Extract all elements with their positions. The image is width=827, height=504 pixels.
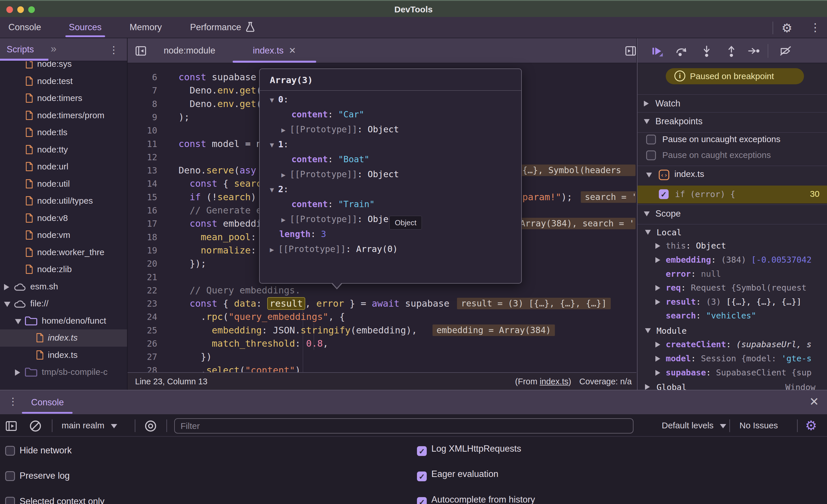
- popup-prototype[interactable]: ▶ [[Prototype]]: Object: [260, 167, 543, 182]
- popup-prototype[interactable]: ▶ [[Prototype]]: Array(0): [260, 242, 531, 257]
- close-drawer-icon[interactable]: ✕: [809, 395, 819, 408]
- tree-item-node-test[interactable]: node:test: [0, 73, 127, 90]
- line-number[interactable]: 15: [128, 190, 157, 204]
- popup-array-index[interactable]: ▼ 2:: [260, 182, 531, 197]
- tree-item-node-sys[interactable]: node:sys: [0, 61, 127, 73]
- tree-item-node-tls[interactable]: node:tls: [0, 124, 127, 141]
- chevron-expanded-icon[interactable]: [15, 319, 21, 324]
- show-debugger-panel-icon[interactable]: [624, 45, 637, 57]
- tab-memory[interactable]: Memory: [130, 17, 162, 38]
- chevron-collapsed-icon[interactable]: [655, 243, 660, 249]
- step-into-icon[interactable]: [700, 45, 713, 57]
- hide-navigator-icon[interactable]: [135, 45, 147, 57]
- chevron-collapsed-icon[interactable]: [644, 101, 649, 106]
- tree-item-node-zlib[interactable]: node:zlib: [0, 261, 127, 278]
- setting-log-xmlhttprequests[interactable]: ✓Log XMLHttpRequests: [417, 445, 521, 457]
- chevron-collapsed-icon[interactable]: [15, 370, 20, 376]
- console-sidebar-icon[interactable]: [5, 419, 18, 433]
- tab-console[interactable]: Console: [8, 17, 41, 38]
- checkbox[interactable]: [646, 151, 656, 160]
- console-filter-input[interactable]: [174, 418, 633, 434]
- scope-section-local[interactable]: Local: [637, 226, 827, 240]
- chevron-collapsed-icon[interactable]: [645, 384, 650, 390]
- log-levels-selector[interactable]: Default levels: [662, 415, 726, 436]
- chevron-expanded-icon[interactable]: [644, 119, 650, 124]
- scope-section-module[interactable]: Module: [637, 324, 827, 338]
- clear-console-icon[interactable]: [29, 419, 42, 433]
- close-tab-icon[interactable]: ✕: [289, 46, 296, 55]
- setting-autocomplete-from-history[interactable]: ✓Autocomplete from history: [417, 496, 535, 504]
- tree-item-file-[interactable]: file://: [0, 295, 127, 313]
- checkbox[interactable]: [646, 134, 656, 145]
- section-header-breakpoints[interactable]: Breakpoints: [637, 113, 827, 130]
- line-number[interactable]: 16: [128, 204, 157, 217]
- line-number[interactable]: 12: [128, 151, 157, 164]
- checkbox-row-pause-on-uncaught-exceptions[interactable]: Pause on uncaught exceptions: [637, 133, 827, 149]
- line-number[interactable]: 25: [128, 324, 157, 337]
- tree-item-node-util[interactable]: node:util: [0, 175, 127, 193]
- chevron-expanded-icon[interactable]: [644, 212, 650, 216]
- tree-item-tmp-sb-compile-c[interactable]: tmp/sb-compile-c: [0, 363, 127, 381]
- more-tabs-chevrons-icon[interactable]: »: [51, 43, 54, 55]
- popup-array-index[interactable]: ▼ 0:: [260, 92, 531, 107]
- line-number[interactable]: 21: [128, 270, 157, 284]
- source-file-link[interactable]: index.ts: [540, 377, 569, 386]
- breakpoint-row[interactable]: ✓if (error) {30: [637, 185, 827, 204]
- popup-prototype[interactable]: ▶ [[Prototype]]: Object: [260, 122, 543, 137]
- checkbox-row-pause-on-caught-exceptions[interactable]: Pause on caught exceptions: [637, 149, 827, 165]
- chevron-collapsed-icon[interactable]: [655, 257, 660, 263]
- checkbox[interactable]: [5, 446, 15, 456]
- settings-gear-icon[interactable]: ⚙: [781, 21, 792, 35]
- tab-console-drawer[interactable]: Console: [31, 390, 64, 414]
- scope-variable-req[interactable]: req: Request {Symbol(request: [637, 282, 827, 296]
- checkbox[interactable]: ✓: [417, 497, 427, 504]
- line-number[interactable]: 19: [128, 244, 157, 257]
- setting-preserve-log[interactable]: Preserve log: [5, 470, 70, 483]
- execution-context-selector[interactable]: main realm: [62, 415, 117, 436]
- line-number[interactable]: 6: [128, 70, 157, 84]
- scope-section-global[interactable]: GlobalWindow: [637, 381, 827, 390]
- breakpoint-group[interactable]: ‹›index.ts: [637, 167, 827, 185]
- step-over-icon[interactable]: [675, 45, 688, 57]
- popup-array-index[interactable]: ▼ 1:: [260, 137, 531, 152]
- scope-variable-search[interactable]: search: "vehicles": [637, 310, 827, 324]
- line-number[interactable]: 17: [128, 217, 157, 230]
- line-number[interactable]: 24: [128, 310, 157, 324]
- line-number[interactable]: 14: [128, 177, 157, 190]
- scope-variable-this[interactable]: this: Object: [637, 240, 827, 254]
- line-number[interactable]: 13: [128, 164, 157, 177]
- checkbox[interactable]: ✓: [417, 446, 427, 456]
- checkbox[interactable]: [5, 497, 15, 504]
- line-number[interactable]: 27: [128, 350, 157, 363]
- scope-variable-model[interactable]: model: Session {model: 'gte-s: [637, 352, 827, 367]
- chevron-collapsed-icon[interactable]: [655, 356, 660, 361]
- line-number[interactable]: 7: [128, 84, 157, 97]
- chevron-collapsed-icon[interactable]: [655, 342, 660, 347]
- chevron-expanded-icon[interactable]: [4, 302, 10, 307]
- breakpoint-checkbox[interactable]: ✓: [659, 189, 669, 199]
- console-settings-gear-icon[interactable]: ⚙: [805, 418, 817, 433]
- scope-variable-createClient[interactable]: createClient: (supabaseUrl, s: [637, 338, 827, 352]
- tree-item-home-deno-funct[interactable]: home/deno/funct: [0, 313, 127, 330]
- checkbox[interactable]: ✓: [417, 471, 427, 481]
- tab-scripts[interactable]: Scripts: [7, 38, 34, 61]
- line-number[interactable]: 20: [128, 257, 157, 270]
- line-number[interactable]: 18: [128, 230, 157, 244]
- step-out-icon[interactable]: [725, 45, 738, 57]
- chevron-collapsed-icon[interactable]: [4, 284, 9, 290]
- editor-tab-index-ts[interactable]: index.ts✕: [241, 38, 307, 63]
- line-number[interactable]: 23: [128, 297, 157, 311]
- tab-performance[interactable]: Performance: [190, 17, 256, 38]
- scripts-panel-menu-icon[interactable]: ⋮: [109, 44, 118, 56]
- tree-item-index-ts[interactable]: index.ts: [0, 329, 127, 347]
- chevron-expanded-icon[interactable]: [646, 173, 652, 177]
- scope-variable-error[interactable]: error: null: [637, 268, 827, 282]
- checkbox[interactable]: [5, 471, 15, 481]
- section-header-watch[interactable]: Watch: [637, 95, 827, 113]
- tree-item-node-timers[interactable]: node:timers: [0, 90, 127, 107]
- live-expression-eye-icon[interactable]: [144, 419, 157, 433]
- issues-counter[interactable]: No Issues: [739, 415, 778, 436]
- tree-item-node-worker-thre[interactable]: node:worker_thre: [0, 244, 127, 261]
- setting-selected-context-only[interactable]: Selected context only: [5, 496, 104, 504]
- chevron-collapsed-icon[interactable]: [655, 299, 660, 305]
